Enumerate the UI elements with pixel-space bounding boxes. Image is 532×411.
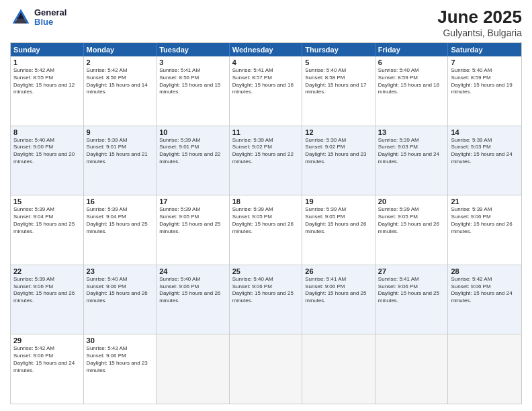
cell-info: Sunrise: 5:40 AMSunset: 9:06 PMDaylight:… <box>159 276 226 305</box>
daylight: Daylight: 15 hours and 16 minutes. <box>232 82 294 95</box>
day-number: 17 <box>159 197 226 205</box>
sunset: Sunset: 9:06 PM <box>451 214 490 220</box>
sunset: Sunset: 9:02 PM <box>232 144 272 150</box>
title-area: June 2025 Gulyantsi, Bulgaria <box>437 7 522 38</box>
sunset: Sunset: 9:02 PM <box>305 144 345 150</box>
daylight: Daylight: 15 hours and 24 minutes. <box>451 151 512 165</box>
svg-rect-2 <box>16 19 26 24</box>
day-number: 24 <box>159 267 226 275</box>
calendar-row: 15Sunrise: 5:39 AMSunset: 9:04 PMDayligh… <box>11 195 521 265</box>
sunrise: Sunrise: 5:39 AM <box>378 137 419 143</box>
calendar-cell <box>302 334 375 404</box>
sunset: Sunset: 9:01 PM <box>159 144 199 150</box>
header-wednesday: Wednesday <box>230 43 303 56</box>
calendar-cell <box>157 334 230 404</box>
daylight: Daylight: 15 hours and 25 minutes. <box>378 290 439 304</box>
calendar-cell: 16Sunrise: 5:39 AMSunset: 9:04 PMDayligh… <box>84 195 157 265</box>
logo-line1: General <box>34 8 66 17</box>
sunrise: Sunrise: 5:41 AM <box>159 67 200 73</box>
calendar-cell: 20Sunrise: 5:39 AMSunset: 9:05 PMDayligh… <box>375 195 449 265</box>
sunset: Sunset: 9:03 PM <box>378 144 418 150</box>
cell-info: Sunrise: 5:41 AMSunset: 9:06 PMDaylight:… <box>378 276 445 305</box>
cell-info: Sunrise: 5:39 AMSunset: 9:03 PMDaylight:… <box>451 137 519 166</box>
sunset: Sunset: 9:06 PM <box>451 283 490 289</box>
day-number: 4 <box>232 58 300 66</box>
sunset: Sunset: 9:06 PM <box>87 283 126 289</box>
sunrise: Sunrise: 5:39 AM <box>378 206 419 212</box>
cell-info: Sunrise: 5:41 AMSunset: 8:56 PMDaylight:… <box>159 67 226 96</box>
sunset: Sunset: 9:06 PM <box>87 353 126 359</box>
calendar-cell: 25Sunrise: 5:40 AMSunset: 9:06 PMDayligh… <box>230 265 303 334</box>
sunrise: Sunrise: 5:39 AM <box>159 206 200 212</box>
cell-info: Sunrise: 5:41 AMSunset: 8:57 PMDaylight:… <box>232 67 300 96</box>
sunrise: Sunrise: 5:43 AM <box>87 345 128 351</box>
header-monday: Monday <box>84 43 157 56</box>
day-number: 3 <box>159 58 226 66</box>
daylight: Daylight: 15 hours and 26 minutes. <box>378 221 439 234</box>
sunrise: Sunrise: 5:39 AM <box>451 137 492 143</box>
daylight: Daylight: 15 hours and 26 minutes. <box>305 221 366 234</box>
calendar-cell: 17Sunrise: 5:39 AMSunset: 9:05 PMDayligh… <box>157 195 230 265</box>
sunrise: Sunrise: 5:39 AM <box>232 137 273 143</box>
sunset: Sunset: 9:06 PM <box>13 283 53 289</box>
header-saturday: Saturday <box>448 43 521 56</box>
sunrise: Sunrise: 5:39 AM <box>87 206 128 212</box>
sunset: Sunset: 9:03 PM <box>451 144 490 150</box>
day-number: 2 <box>87 58 154 66</box>
calendar-row: 22Sunrise: 5:39 AMSunset: 9:06 PMDayligh… <box>11 265 521 334</box>
header-tuesday: Tuesday <box>157 43 230 56</box>
calendar-cell: 4Sunrise: 5:41 AMSunset: 8:57 PMDaylight… <box>230 56 303 126</box>
sunrise: Sunrise: 5:40 AM <box>159 276 200 282</box>
sunrise: Sunrise: 5:39 AM <box>159 137 200 143</box>
calendar-header: Sunday Monday Tuesday Wednesday Thursday… <box>11 43 521 56</box>
sunset: Sunset: 9:04 PM <box>13 214 53 220</box>
calendar-body: 1Sunrise: 5:42 AMSunset: 8:55 PMDaylight… <box>11 56 521 404</box>
day-number: 22 <box>13 267 81 275</box>
calendar: Sunday Monday Tuesday Wednesday Thursday… <box>10 42 522 404</box>
calendar-cell: 15Sunrise: 5:39 AMSunset: 9:04 PMDayligh… <box>11 195 84 265</box>
day-number: 20 <box>378 197 445 205</box>
sunrise: Sunrise: 5:40 AM <box>87 276 128 282</box>
sunrise: Sunrise: 5:39 AM <box>305 137 346 143</box>
cell-info: Sunrise: 5:40 AMSunset: 9:06 PMDaylight:… <box>232 276 300 305</box>
sunset: Sunset: 9:05 PM <box>232 214 272 220</box>
cell-info: Sunrise: 5:42 AMSunset: 8:55 PMDaylight:… <box>13 67 81 96</box>
sunrise: Sunrise: 5:40 AM <box>305 67 346 73</box>
sunrise: Sunrise: 5:39 AM <box>87 137 128 143</box>
cell-info: Sunrise: 5:39 AMSunset: 9:04 PMDaylight:… <box>87 206 154 235</box>
sunrise: Sunrise: 5:42 AM <box>451 276 492 282</box>
sunset: Sunset: 9:04 PM <box>87 214 126 220</box>
daylight: Daylight: 15 hours and 23 minutes. <box>305 151 366 165</box>
daylight: Daylight: 15 hours and 20 minutes. <box>13 151 75 165</box>
sunset: Sunset: 8:59 PM <box>378 75 418 81</box>
day-number: 8 <box>13 128 81 136</box>
day-number: 14 <box>451 128 519 136</box>
cell-info: Sunrise: 5:40 AMSunset: 9:00 PMDaylight:… <box>13 137 81 166</box>
calendar-row: 29Sunrise: 5:42 AMSunset: 9:06 PMDayligh… <box>11 334 521 404</box>
day-number: 6 <box>378 58 445 66</box>
sunset: Sunset: 9:05 PM <box>378 214 418 220</box>
sunset: Sunset: 9:00 PM <box>13 144 53 150</box>
daylight: Daylight: 15 hours and 25 minutes. <box>305 290 366 304</box>
cell-info: Sunrise: 5:39 AMSunset: 9:06 PMDaylight:… <box>451 206 519 235</box>
day-number: 27 <box>378 267 445 275</box>
calendar-cell: 30Sunrise: 5:43 AMSunset: 9:06 PMDayligh… <box>84 334 157 404</box>
daylight: Daylight: 15 hours and 12 minutes. <box>13 82 75 95</box>
calendar-cell <box>230 334 303 404</box>
sunset: Sunset: 9:06 PM <box>159 283 199 289</box>
sunset: Sunset: 9:06 PM <box>305 283 345 289</box>
daylight: Daylight: 15 hours and 15 minutes. <box>159 82 220 95</box>
day-number: 26 <box>305 267 372 275</box>
daylight: Daylight: 15 hours and 25 minutes. <box>87 221 148 234</box>
location-title: Gulyantsi, Bulgaria <box>437 28 522 38</box>
day-number: 25 <box>232 267 300 275</box>
logo-text: General Blue <box>34 8 66 28</box>
daylight: Daylight: 15 hours and 24 minutes. <box>378 151 439 165</box>
cell-info: Sunrise: 5:40 AMSunset: 8:59 PMDaylight:… <box>378 67 445 96</box>
cell-info: Sunrise: 5:39 AMSunset: 9:01 PMDaylight:… <box>159 137 226 166</box>
month-title: June 2025 <box>437 7 522 28</box>
cell-info: Sunrise: 5:39 AMSunset: 9:05 PMDaylight:… <box>232 206 300 235</box>
day-number: 11 <box>232 128 300 136</box>
header-thursday: Thursday <box>302 43 375 56</box>
calendar-cell: 1Sunrise: 5:42 AMSunset: 8:55 PMDaylight… <box>11 56 84 126</box>
